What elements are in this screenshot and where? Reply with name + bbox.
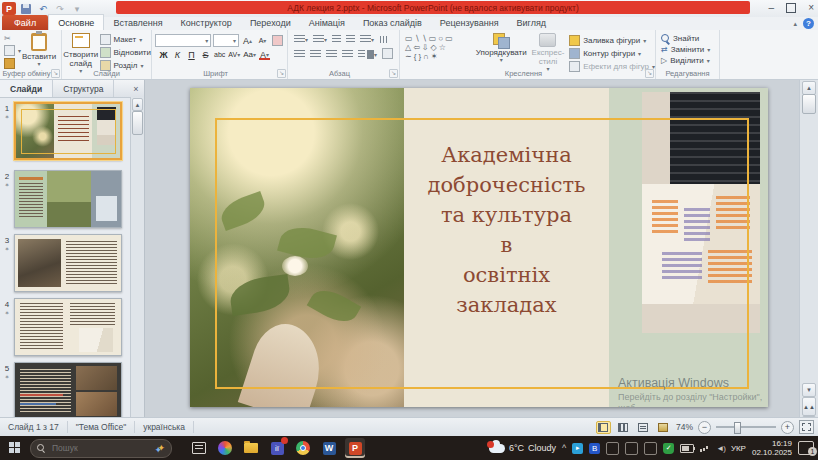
normal-view-button[interactable] bbox=[596, 421, 611, 434]
help-button[interactable]: ? bbox=[803, 18, 814, 29]
reset-button[interactable]: Відновити bbox=[100, 47, 152, 58]
powerpoint-app-icon[interactable]: P bbox=[2, 2, 16, 15]
scroll-up-button[interactable]: ▲ bbox=[802, 81, 816, 95]
text-direction-button[interactable] bbox=[379, 35, 386, 44]
slideshow-view-button[interactable] bbox=[656, 421, 671, 434]
columns-button[interactable]: ▾ bbox=[358, 50, 377, 59]
fit-to-window-button[interactable] bbox=[799, 420, 814, 434]
align-left-button[interactable] bbox=[294, 50, 305, 59]
panel-scroll-thumb[interactable] bbox=[132, 111, 143, 135]
vertical-scrollbar[interactable]: ▲ ▼ ▲▲ ▼▼ bbox=[799, 80, 818, 436]
scroll-thumb[interactable] bbox=[802, 94, 816, 114]
powerpoint-taskbar-button[interactable]: P bbox=[345, 438, 365, 458]
tab-insert[interactable]: Вставлення bbox=[104, 15, 171, 30]
panel-close-button[interactable]: × bbox=[128, 80, 144, 97]
search-input[interactable] bbox=[50, 442, 124, 454]
slide-thumbnail-5[interactable] bbox=[14, 362, 122, 420]
tray-expand-button[interactable]: ^ bbox=[562, 443, 566, 453]
quick-styles-button[interactable]: Експрес-стилі ▾ bbox=[527, 30, 569, 73]
start-button[interactable] bbox=[0, 442, 30, 454]
zoom-slider-thumb[interactable] bbox=[734, 422, 741, 434]
panel-scroll-up[interactable]: ▲ bbox=[132, 98, 143, 111]
replace-button[interactable]: ⇄Замінити▾ bbox=[661, 45, 719, 54]
bluetooth-tray-icon[interactable]: B bbox=[589, 443, 600, 454]
arrange-button[interactable]: Упорядкувати ▾ bbox=[476, 30, 527, 73]
taskbar-search[interactable]: ✦ bbox=[30, 439, 172, 458]
font-dialog-launcher[interactable]: ↘ bbox=[277, 69, 286, 78]
drawing-dialog-launcher[interactable]: ↘ bbox=[645, 69, 654, 78]
bullets-button[interactable]: ▾ bbox=[294, 35, 308, 44]
slide-thumbnail-2[interactable] bbox=[14, 170, 122, 228]
tab-slides-thumbnails[interactable]: Слайди bbox=[0, 80, 53, 97]
slide-thumbnail-1[interactable] bbox=[14, 102, 122, 160]
tab-view[interactable]: Вигляд bbox=[508, 15, 556, 30]
slide-thumbnail-3[interactable] bbox=[14, 234, 122, 292]
line-spacing-button[interactable]: ▾ bbox=[360, 35, 374, 44]
slide-sorter-view-button[interactable] bbox=[616, 421, 631, 434]
restore-button[interactable] bbox=[786, 3, 796, 13]
font-color-button[interactable]: А▾ bbox=[258, 49, 271, 60]
increase-indent-button[interactable] bbox=[346, 35, 355, 44]
antivirus-tray-icon[interactable]: ✓ bbox=[663, 443, 674, 454]
font-name-select[interactable]: ▾ bbox=[155, 34, 211, 47]
clock[interactable]: 16:19 02.10.2025 bbox=[752, 439, 792, 457]
change-case-button[interactable]: Aa▾ bbox=[242, 49, 257, 60]
chrome-button[interactable] bbox=[293, 438, 313, 458]
paste-button[interactable]: Вставити ▾ bbox=[21, 30, 57, 69]
character-spacing-button[interactable]: AV▾ bbox=[227, 49, 241, 60]
align-center-button[interactable] bbox=[310, 50, 321, 59]
phone-link-tray-icon[interactable] bbox=[644, 442, 657, 455]
shape-outline-button[interactable]: Контур фігури▾ bbox=[569, 48, 655, 59]
tab-file[interactable]: Файл bbox=[2, 15, 48, 30]
tab-transitions[interactable]: Переходи bbox=[241, 15, 300, 30]
notification-center-button[interactable]: 1 bbox=[798, 441, 814, 455]
copy-button[interactable]: ▾ bbox=[4, 45, 21, 56]
zoom-slider[interactable] bbox=[716, 426, 776, 428]
clear-formatting-button[interactable] bbox=[271, 35, 284, 46]
justify-button[interactable] bbox=[342, 50, 353, 59]
scroll-down-button[interactable]: ▼ bbox=[802, 383, 816, 397]
microphone-tray-icon[interactable] bbox=[625, 442, 638, 455]
zoom-in-button[interactable]: + bbox=[781, 421, 794, 434]
format-painter-button[interactable] bbox=[4, 58, 21, 69]
panel-scrollbar[interactable]: ▲ ▼ bbox=[130, 97, 144, 436]
find-button[interactable]: Знайти bbox=[661, 34, 719, 43]
cut-button[interactable]: ✂ bbox=[4, 34, 21, 43]
font-size-select[interactable]: ▾ bbox=[213, 34, 239, 47]
minimize-ribbon-button[interactable]: ▴ bbox=[793, 20, 797, 28]
word-button[interactable]: W bbox=[319, 438, 339, 458]
network-icon[interactable] bbox=[700, 444, 710, 452]
volume-icon[interactable]: ◄) bbox=[716, 444, 725, 453]
telegram-tray-icon[interactable]: ▸ bbox=[572, 443, 583, 454]
copilot-button[interactable] bbox=[215, 438, 235, 458]
file-explorer-button[interactable] bbox=[241, 438, 261, 458]
tab-outline[interactable]: Структура bbox=[53, 80, 114, 97]
language-switcher[interactable]: УКР bbox=[731, 444, 746, 453]
shapes-gallery[interactable]: ▭∖∖▭○▭ △⇦⇩◇☆ ∼{}∩✶ bbox=[400, 30, 476, 73]
close-button[interactable]: × bbox=[808, 3, 814, 13]
zoom-level[interactable]: 74% bbox=[676, 422, 693, 432]
paragraph-dialog-launcher[interactable]: ↘ bbox=[389, 69, 398, 78]
text-shadow-button[interactable]: abc bbox=[213, 49, 226, 60]
layout-button[interactable]: Макет▾ bbox=[100, 34, 152, 45]
teams-button[interactable]: ії bbox=[267, 438, 287, 458]
numbering-button[interactable]: ▾ bbox=[313, 35, 327, 44]
zoom-out-button[interactable]: − bbox=[698, 421, 711, 434]
language-indicator[interactable]: українська bbox=[135, 421, 194, 433]
tab-review[interactable]: Рецензування bbox=[431, 15, 508, 30]
weather-widget[interactable]: 6°C Cloudy bbox=[489, 443, 556, 453]
save-button[interactable] bbox=[19, 2, 33, 15]
grow-font-button[interactable]: A▴ bbox=[241, 35, 254, 46]
battery-icon[interactable] bbox=[680, 444, 694, 453]
select-button[interactable]: ▷Виділити▾ bbox=[661, 56, 719, 65]
strikethrough-button[interactable]: S bbox=[199, 49, 212, 60]
previous-slide-button[interactable]: ▲▲ bbox=[802, 397, 816, 416]
theme-indicator[interactable]: "Тема Office" bbox=[68, 421, 135, 433]
underline-button[interactable]: П bbox=[185, 49, 198, 60]
minimize-button[interactable]: – bbox=[769, 3, 775, 13]
slide-title[interactable]: Академічна доброчесність та культура в о… bbox=[404, 140, 609, 320]
smartart-convert-button[interactable] bbox=[382, 48, 393, 61]
shape-fill-button[interactable]: Заливка фігури▾ bbox=[569, 35, 655, 46]
record-tray-icon[interactable] bbox=[606, 442, 619, 455]
slide-thumbnail-4[interactable] bbox=[14, 298, 122, 356]
